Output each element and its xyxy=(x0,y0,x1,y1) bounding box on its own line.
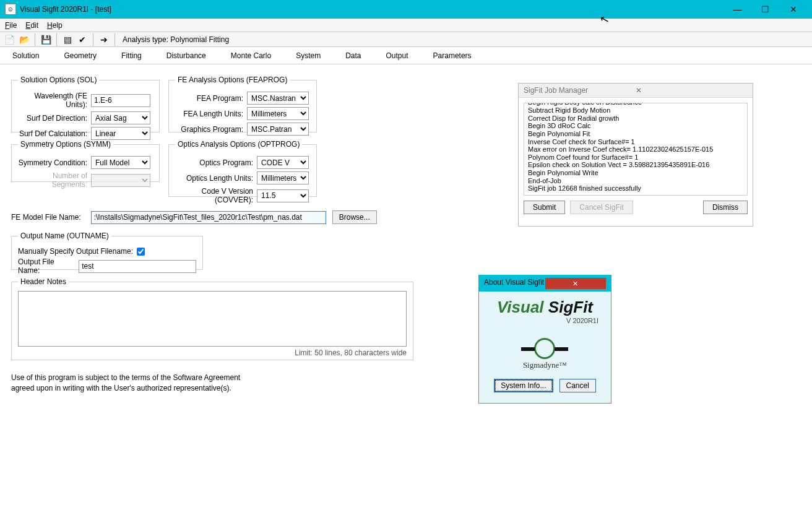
menubar: File Edit Help xyxy=(0,19,812,32)
minimize-button[interactable]: — xyxy=(723,1,751,18)
opt-prog-select[interactable]: CODE V xyxy=(257,156,309,169)
wavelength-label: Wavelength (FE Units): xyxy=(18,92,91,109)
job-manager-log[interactable]: Begin Rigid Body calc on DisturbanceSubt… xyxy=(524,103,748,196)
solution-options-legend: Solution Options (SOL) xyxy=(18,76,99,84)
window-title: Visual Sigfit 2020R1I - [test] xyxy=(20,5,723,14)
opt-len-label: Optics Length Units: xyxy=(175,174,257,183)
tab-system[interactable]: System xyxy=(293,49,323,63)
opt-len-select[interactable]: Millimeters xyxy=(257,171,309,184)
browse-button[interactable]: Browse... xyxy=(332,210,377,224)
wavelength-input[interactable] xyxy=(91,94,150,107)
output-name-legend: Output Name (OUTNAME) xyxy=(18,232,111,240)
log-line: Correct Disp for Radial growth xyxy=(528,115,743,123)
about-close-icon[interactable]: ✕ xyxy=(545,278,607,289)
log-line: Inverse Coef check for Surface#= 1 xyxy=(528,138,743,146)
fea-prog-label: FEA Program: xyxy=(175,94,247,103)
cancel-sigfit-button: Cancel SigFit xyxy=(570,201,633,214)
fea-options-group: FE Analysis Options (FEAPROG) FEA Progra… xyxy=(168,76,317,132)
toolbar: 📄 📂 💾 ▤ ✔ ➔ Analysis type: Polynomial Fi… xyxy=(0,32,812,47)
log-line: Begin Polynomial Fit xyxy=(528,130,743,138)
optics-options-legend: Optics Analysis Options (OPTPROG) xyxy=(175,140,302,149)
save-icon[interactable]: 💾 xyxy=(40,34,51,45)
gfx-prog-select[interactable]: MSC.Patran xyxy=(247,123,309,136)
surf-dir-select[interactable]: Axial Sag xyxy=(91,111,150,124)
sigmadyne-logo: Sigmadyne™ xyxy=(523,338,567,370)
num-segments-label: Number of Segments: xyxy=(18,171,91,189)
log-line: Subtract Rigid Body Motion xyxy=(528,106,743,115)
about-cancel-button[interactable]: Cancel xyxy=(559,379,596,392)
new-icon[interactable]: 📄 xyxy=(4,34,15,45)
run-arrow-icon[interactable]: ➔ xyxy=(98,34,110,45)
about-logo: Visual SigFit xyxy=(497,298,593,317)
optics-options-group: Optics Analysis Options (OPTPROG) Optics… xyxy=(168,140,317,197)
job-manager-close-icon[interactable]: ✕ xyxy=(636,86,748,95)
list-icon[interactable]: ▤ xyxy=(62,34,73,45)
close-button[interactable]: ✕ xyxy=(779,1,807,18)
symmetry-options-group: Symmetry Options (SYMM) Symmetry Conditi… xyxy=(11,140,160,182)
header-notes-group: Header Notes Limit: 50 lines, 80 charact… xyxy=(11,277,413,360)
symm-cond-label: Symmetry Condition: xyxy=(18,158,91,167)
tab-geometry[interactable]: Geometry xyxy=(61,49,99,63)
check-icon[interactable]: ✔ xyxy=(77,34,88,45)
surf-calc-select[interactable]: Linear xyxy=(91,127,150,140)
log-line: Begin 3D dRoC Calc xyxy=(528,122,743,130)
job-manager-title: SigFit Job Manager xyxy=(524,86,636,95)
log-line: Begin Polynomial Write xyxy=(528,169,743,177)
opt-prog-label: Optics Program: xyxy=(175,158,257,167)
surf-calc-label: Surf Def Calculation: xyxy=(18,129,91,138)
header-notes-limit: Limit: 50 lines, 80 characters wide xyxy=(18,348,407,357)
job-manager-dialog: SigFit Job Manager ✕ Begin Rigid Body ca… xyxy=(518,83,753,227)
manual-output-label: Manually Specify Output Filename: xyxy=(18,247,133,256)
open-icon[interactable]: 📂 xyxy=(19,34,30,45)
fea-len-label: FEA Length Units: xyxy=(175,110,247,118)
dismiss-button[interactable]: Dismiss xyxy=(703,201,748,214)
submit-button[interactable]: Submit xyxy=(524,201,565,214)
header-notes-textarea[interactable] xyxy=(18,291,407,347)
tab-fitting[interactable]: Fitting xyxy=(119,49,144,63)
system-info-button[interactable]: System Info... xyxy=(494,379,553,392)
covver-label: Code V Version (COVVER): xyxy=(175,187,257,204)
output-file-label: Output File Name: xyxy=(18,258,75,275)
log-line: Polynom Coef found for Surface#= 1 xyxy=(528,154,743,162)
maximize-button[interactable]: ☐ xyxy=(751,1,779,18)
symmetry-options-legend: Symmetry Options (SYMM) xyxy=(18,140,113,149)
about-dialog: About Visual Sigfit ✕ Visual SigFit V 20… xyxy=(478,275,611,404)
fea-len-select[interactable]: Millimeters xyxy=(247,107,309,120)
tab-solution[interactable]: Solution xyxy=(10,49,41,63)
footer-text: Use of this program is subject to the te… xyxy=(11,373,240,394)
output-file-input[interactable] xyxy=(79,260,196,273)
fe-model-input[interactable] xyxy=(91,211,326,224)
header-notes-legend: Header Notes xyxy=(18,277,69,286)
log-line: End-of-Job xyxy=(528,177,743,185)
fe-model-label: FE Model File Name: xyxy=(11,213,85,222)
fea-prog-select[interactable]: MSC.Nastran xyxy=(247,92,309,105)
log-line: Epsilon check on Solution Vect = 3.59882… xyxy=(528,161,743,169)
tabbar: Solution Geometry Fitting Disturbance Mo… xyxy=(0,47,812,64)
tab-monte-carlo[interactable]: Monte Carlo xyxy=(228,49,274,63)
tab-disturbance[interactable]: Disturbance xyxy=(164,49,209,63)
output-name-group: Output Name (OUTNAME) Manually Specify O… xyxy=(11,232,203,270)
analysis-type-label: Analysis type: Polynomial Fitting xyxy=(123,35,229,44)
fea-options-legend: FE Analysis Options (FEAPROG) xyxy=(175,76,290,84)
gfx-prog-label: Graphics Program: xyxy=(175,125,247,134)
covver-select[interactable]: 11.5 xyxy=(257,189,309,202)
log-line: SigFit job 12668 finished successfully xyxy=(528,184,743,193)
num-segments-select xyxy=(91,174,150,187)
log-line: Max error on Inverse Coef check= 1.11022… xyxy=(528,145,743,154)
about-title: About Visual Sigfit xyxy=(484,278,545,289)
surf-dir-label: Surf Def Direction: xyxy=(18,114,91,123)
app-icon: ⊙ xyxy=(5,4,16,15)
menu-file[interactable]: File xyxy=(5,21,17,30)
tab-parameters[interactable]: Parameters xyxy=(431,49,474,63)
content-pane: Solution Options (SOL) Wavelength (FE Un… xyxy=(0,64,812,515)
solution-options-group: Solution Options (SOL) Wavelength (FE Un… xyxy=(11,76,160,132)
symm-cond-select[interactable]: Full Model xyxy=(91,156,150,169)
manual-output-checkbox[interactable] xyxy=(137,248,145,256)
about-version: V 2020R1I xyxy=(566,317,598,324)
tab-data[interactable]: Data xyxy=(343,49,363,63)
tab-output[interactable]: Output xyxy=(384,49,411,63)
menu-edit[interactable]: Edit xyxy=(25,21,38,30)
menu-help[interactable]: Help xyxy=(47,21,63,30)
titlebar: ⊙ Visual Sigfit 2020R1I - [test] — ☐ ✕ xyxy=(0,0,812,19)
